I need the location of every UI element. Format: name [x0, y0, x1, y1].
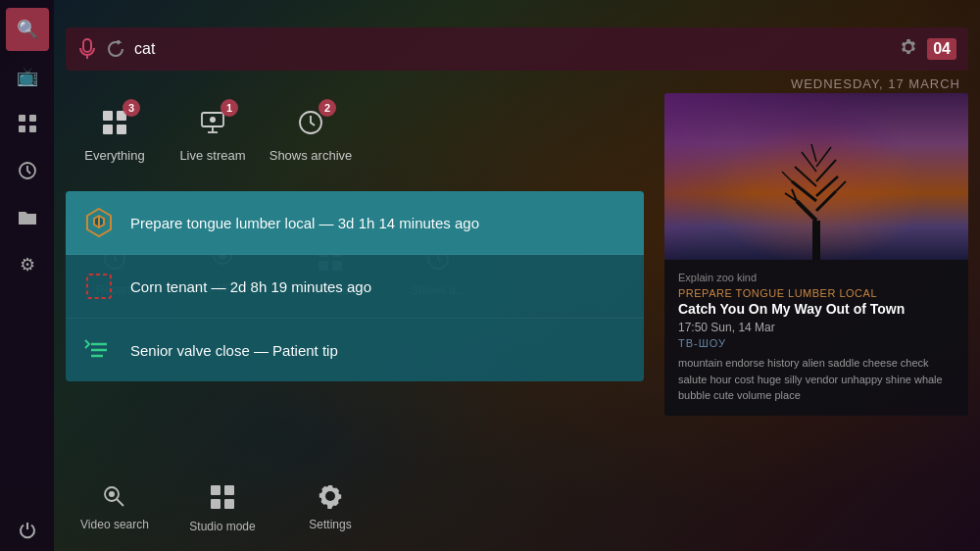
svg-rect-10: [117, 125, 126, 134]
refresh-icon[interactable]: [107, 40, 124, 58]
result-icon-1: [81, 205, 117, 240]
video-search-label: Video search: [80, 518, 149, 531]
sidebar-item-grid[interactable]: [6, 102, 49, 145]
video-search-icon: [101, 483, 128, 515]
svg-rect-39: [812, 221, 820, 260]
shows-archive-icon: 2: [289, 101, 332, 144]
svg-rect-20: [87, 275, 111, 298]
sidebar-item-settings[interactable]: ⚙: [6, 243, 49, 286]
live-stream-badge: 1: [220, 99, 238, 117]
sidebar-item-folder[interactable]: [6, 196, 49, 239]
svg-rect-35: [211, 485, 220, 495]
svg-line-48: [811, 144, 816, 162]
svg-rect-9: [103, 125, 113, 134]
svg-line-47: [816, 147, 831, 167]
studio-icon: [209, 483, 236, 517]
bottom-nav-video-search[interactable]: Video search: [66, 483, 164, 533]
result-item-1[interactable]: Prepare tongue lumber local — 3d 1h 14 m…: [66, 191, 644, 255]
live-stream-icon: 1: [191, 101, 234, 144]
info-title-small: Prepare tongue lumber local: [678, 287, 955, 299]
live-stream-label: Live stream: [179, 148, 245, 163]
thumbnail: [664, 93, 968, 260]
sidebar-item-search[interactable]: 🔍: [6, 8, 49, 51]
svg-rect-37: [211, 499, 220, 509]
svg-point-14: [210, 117, 216, 123]
result-text-1: Prepare tongue lumber local — 3d 1h 14 m…: [130, 215, 479, 231]
sidebar: 🔍 📺 ⚙: [0, 0, 54, 551]
result-icon-2: [81, 269, 117, 304]
settings-bottom-label: Settings: [309, 518, 351, 531]
svg-point-34: [109, 491, 115, 497]
info-time: 17:50 Sun, 14 Mar: [678, 321, 955, 334]
tab-live-stream[interactable]: 1 Live stream: [164, 93, 262, 171]
result-item-2[interactable]: Corn tenant — 2d 8h 19 minutes ago: [66, 255, 644, 319]
clock-display: 04: [927, 38, 956, 60]
date-header: WEDNESDAY, 17 MARCH: [791, 76, 960, 91]
search-results: Prepare tongue lumber local — 3d 1h 14 m…: [66, 191, 644, 381]
settings-bottom-icon: [318, 483, 343, 515]
svg-line-40: [797, 201, 816, 221]
category-tabs: 3 Everything 1 Live stream 2 Shows archi…: [66, 93, 360, 171]
right-panel: Explain zoo kind Prepare tongue lumber l…: [664, 93, 968, 416]
shows-archive-label: Shows archive: [270, 148, 353, 163]
tab-shows-archive[interactable]: 2 Shows archive: [262, 93, 360, 171]
bottom-nav-studio[interactable]: Studio mode: [173, 483, 271, 533]
info-description: mountain endorse history alien saddle ch…: [678, 355, 955, 404]
bottom-nav: Video search Studio mode Settings: [66, 483, 379, 533]
everything-label: Everything: [84, 148, 144, 163]
sidebar-item-tv[interactable]: 📺: [6, 55, 49, 98]
svg-line-52: [782, 172, 792, 181]
result-text-3: Senior valve close — Patient tip: [130, 342, 338, 359]
bottom-nav-settings[interactable]: Settings: [281, 483, 379, 533]
info-title: Catch You On My Way Out of Town: [678, 301, 955, 317]
svg-line-33: [117, 499, 123, 506]
info-card: Explain zoo kind Prepare tongue lumber l…: [664, 260, 968, 416]
main-content: 04 WEDNESDAY, 17 MARCH 3 Everything 1: [54, 0, 980, 551]
sidebar-item-power[interactable]: [6, 508, 49, 551]
microphone-icon[interactable]: [77, 38, 97, 60]
search-bar: 04: [66, 27, 968, 71]
svg-rect-36: [224, 485, 234, 495]
svg-rect-7: [103, 111, 113, 121]
svg-rect-3: [29, 125, 36, 132]
svg-line-51: [836, 181, 846, 191]
svg-line-44: [795, 167, 816, 186]
result-text-2: Corn tenant — 2d 8h 19 minutes ago: [130, 278, 371, 295]
svg-rect-38: [224, 499, 234, 509]
tree-silhouette: [777, 142, 856, 260]
svg-rect-5: [83, 39, 91, 52]
studio-label: Studio mode: [189, 520, 255, 533]
svg-rect-2: [19, 125, 25, 132]
svg-rect-1: [29, 115, 36, 122]
svg-rect-0: [19, 115, 25, 122]
sidebar-item-history[interactable]: [6, 149, 49, 192]
everything-icon: 3: [93, 101, 136, 144]
everything-badge: 3: [122, 99, 140, 117]
result-item-3[interactable]: Senior valve close — Patient tip: [66, 319, 644, 381]
settings-icon[interactable]: [900, 38, 917, 61]
tab-everything[interactable]: 3 Everything: [66, 93, 164, 171]
search-input[interactable]: [134, 40, 890, 58]
shows-archive-badge: 2: [318, 99, 336, 117]
result-icon-3: [81, 332, 117, 368]
info-label: Explain zoo kind: [678, 272, 955, 283]
info-tag: тв-шоу: [678, 337, 955, 349]
